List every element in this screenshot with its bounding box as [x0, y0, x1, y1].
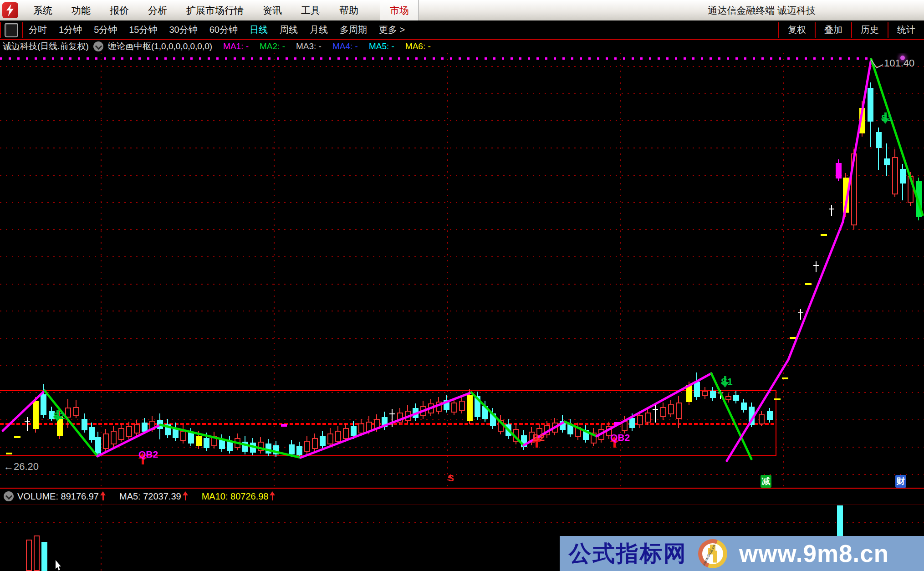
signal-marker-s2: S2 — [53, 410, 61, 426]
tab-1min[interactable]: 1分钟 — [59, 24, 82, 36]
tab-60min[interactable]: 60分钟 — [209, 24, 238, 36]
lightning-icon — [5, 4, 15, 16]
signal-label: B2 — [532, 432, 545, 443]
period-toolbar: 分时 1分钟 5分钟 15分钟 30分钟 60分钟 日线 周线 月线 多周期 更… — [0, 20, 924, 40]
signal-marker-s1: S1 — [881, 112, 889, 128]
signal-label: S1 — [881, 112, 893, 123]
panel-layout-icon[interactable] — [5, 23, 18, 37]
menu-news[interactable]: 资讯 — [253, 0, 291, 20]
tab-intraday[interactable]: 分时 — [29, 24, 47, 36]
toolbar-right-group: 复权 叠加 历史 统计 — [778, 20, 924, 39]
ma5-label: MA5: - — [369, 41, 394, 51]
high-price-label: 101.40 — [884, 57, 914, 69]
tdx-terminal-window: 系统 功能 报价 分析 扩展市场行情 资讯 工具 帮助 市场 通达信金融终端 诚… — [0, 0, 924, 571]
menu-market[interactable]: 市场 — [380, 0, 419, 20]
signal-marker-qb2: QB2 — [138, 449, 147, 464]
button-adjust-price[interactable]: 复权 — [779, 20, 815, 39]
left-price-label: ←26.20 — [4, 461, 39, 473]
up-arrow-icon — [102, 493, 104, 500]
event-badge: 减 — [761, 475, 771, 488]
signal-label: S1 — [721, 376, 733, 387]
tab-monthly[interactable]: 月线 — [310, 24, 328, 36]
ma4-label: MA4: - — [332, 41, 358, 51]
tab-5min[interactable]: 5分钟 — [94, 24, 117, 36]
event-badge: 财 — [895, 475, 906, 488]
ma6-label: MA6: - — [405, 41, 431, 51]
volume-header-row: VOLUME: 89176.97 MA5: 72037.39 MA10: 807… — [0, 488, 924, 505]
menu-system[interactable]: 系统 — [24, 0, 62, 20]
menu-bar: 系统 功能 报价 分析 扩展市场行情 资讯 工具 帮助 市场 通达信金融终端 诚… — [0, 0, 924, 21]
tab-more[interactable]: 更多 > — [379, 24, 405, 36]
watermark-site-name: 公式指标网 — [569, 539, 687, 569]
signal-marker-qb2: QB2 — [610, 432, 618, 448]
separator — [22, 22, 23, 38]
app-logo-icon — [2, 2, 18, 18]
signal-marker-b2: B2 — [532, 432, 541, 448]
menu-quotes[interactable]: 报价 — [100, 0, 138, 20]
menu-analysis[interactable]: 分析 — [138, 0, 177, 20]
collapse-chevron-icon[interactable] — [4, 491, 14, 501]
button-history[interactable]: 历史 — [852, 20, 888, 39]
button-statistics[interactable]: 统计 — [888, 20, 924, 39]
up-arrow-icon — [185, 493, 186, 500]
stock-title: 诚迈科技(日线.前复权) — [3, 41, 89, 52]
watermark-banner: 公式指标网 www.9m8.cn www.9m8.cn — [560, 536, 924, 571]
menu-extended-market[interactable]: 扩展市场行情 — [177, 0, 253, 20]
signal-marker-s1: S1 — [721, 376, 729, 392]
volume-ma10-value: MA10: 80726.98 — [202, 491, 269, 502]
separator — [0, 22, 1, 38]
ma2-label: MA2: - — [260, 41, 285, 51]
menu-help[interactable]: 帮助 — [330, 0, 368, 20]
indicator-name: 缠论画中枢(1,0,0,0,0,0,0,0) — [108, 41, 212, 52]
signal-label: QB2 — [610, 432, 630, 443]
collapse-chevron-icon[interactable] — [93, 41, 103, 51]
volume-ma5-value: MA5: 72037.39 — [119, 491, 181, 502]
main-chart[interactable]: S2QB2B2QB2S1S1S减财101.40←26.20 — [0, 0, 924, 571]
menu-tools[interactable]: 工具 — [291, 0, 330, 20]
button-overlay[interactable]: 叠加 — [816, 20, 851, 39]
tab-15min[interactable]: 15分钟 — [129, 24, 157, 36]
window-title: 通达信金融终端 诚迈科技 — [708, 4, 816, 17]
signal-label: QB2 — [138, 449, 158, 460]
watermark-url: www.9m8.cn — [739, 540, 889, 567]
ma3-label: MA3: - — [296, 41, 322, 51]
watermark-logo-icon: www.9m8.cn — [698, 539, 727, 568]
tab-30min[interactable]: 30分钟 — [169, 24, 198, 36]
up-arrow-icon — [272, 493, 273, 500]
tab-daily[interactable]: 日线 — [250, 24, 268, 36]
menu-function[interactable]: 功能 — [62, 0, 100, 20]
volume-value: VOLUME: 89176.97 — [17, 491, 99, 502]
ma1-label: MA1: - — [223, 41, 249, 51]
signal-label: S2 — [53, 410, 65, 421]
tab-weekly[interactable]: 周线 — [280, 24, 298, 36]
chart-title-row: 诚迈科技(日线.前复权) 缠论画中枢(1,0,0,0,0,0,0,0) MA1:… — [0, 40, 924, 53]
tab-multi-period[interactable]: 多周期 — [340, 24, 367, 36]
chan-segment-lines — [0, 0, 924, 571]
